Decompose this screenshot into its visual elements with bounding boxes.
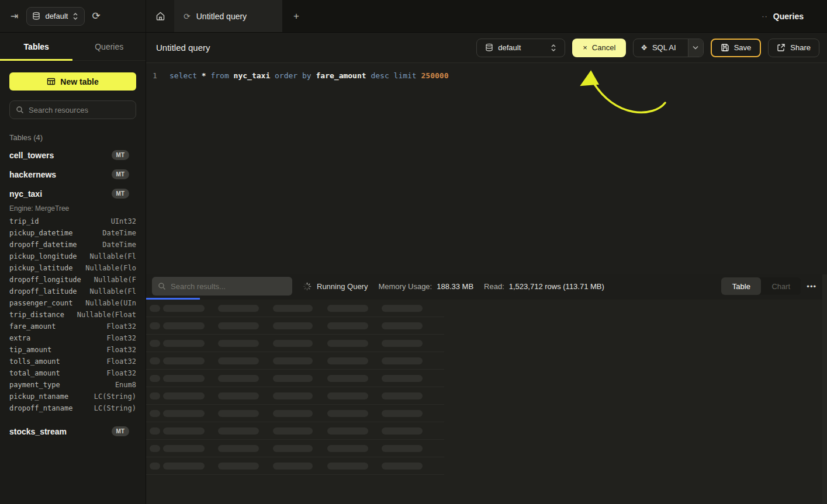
query-database-value: default	[498, 43, 521, 52]
skeleton-cell	[327, 357, 368, 364]
new-table-button[interactable]: New table	[9, 72, 136, 91]
skeleton-row	[146, 335, 444, 352]
table-item[interactable]: hackernews MT	[9, 165, 136, 184]
table-name: cell_towers	[9, 151, 54, 160]
column-type: LC(String)	[94, 392, 136, 401]
column-row: pickup_latitude Nullable(Flo	[9, 264, 136, 276]
collapse-sidebar-icon[interactable]: ⇥	[8, 9, 20, 23]
skeleton-cell	[382, 463, 423, 470]
read-label: Read:	[484, 282, 504, 291]
column-name: trip_id	[9, 217, 39, 225]
skeleton-row	[146, 387, 444, 405]
skeleton-cell	[273, 427, 313, 435]
sql-token: from	[206, 71, 229, 80]
share-button[interactable]: Share	[768, 39, 819, 57]
query-database-selector[interactable]: default	[476, 39, 565, 57]
sql-token: desc	[366, 71, 389, 80]
share-label: Share	[790, 43, 811, 52]
sparkles-icon: ❖	[641, 43, 648, 52]
column-type: Float32	[106, 322, 136, 331]
tables-section-label: Tables (4)	[9, 133, 136, 142]
refresh-icon[interactable]: ⟳	[92, 10, 100, 22]
more-options-icon[interactable]: •••	[807, 282, 816, 291]
column-row: dropoff_datetime DateTime	[9, 241, 136, 252]
sql-code[interactable]: select * from nyc_taxi order by fare_amo…	[164, 70, 449, 82]
skeleton-cell	[218, 427, 259, 435]
table-name: hackernews	[9, 170, 56, 179]
column-type: Float32	[106, 334, 136, 342]
sidebar-tab-tables[interactable]: Tables	[0, 33, 73, 60]
sidebar-search[interactable]	[9, 100, 136, 119]
skeleton-cell	[382, 445, 423, 452]
columns-list: trip_id UInt32pickup_datetime DateTimedr…	[9, 217, 136, 416]
skeleton-row	[146, 352, 444, 370]
skeleton-cell	[382, 392, 423, 399]
column-row: pickup_ntaname LC(String)	[9, 392, 136, 404]
skeleton-cell	[150, 410, 160, 417]
toggle-table[interactable]: Table	[721, 277, 761, 295]
engine-line: Engine: MergeTree	[9, 204, 136, 213]
sql-ai-dropdown[interactable]	[688, 39, 703, 57]
skeleton-cell	[382, 305, 423, 312]
skeleton-row	[146, 422, 444, 440]
engine-badge: MT	[112, 189, 129, 199]
column-name: dropoff_longitude	[9, 276, 81, 284]
new-tab-button[interactable]: +	[282, 0, 310, 32]
column-type: Enum8	[115, 381, 136, 389]
column-name: passenger_count	[9, 299, 72, 307]
column-type: Nullable(Float	[77, 311, 136, 319]
sql-ai-main[interactable]: ❖ SQL AI	[634, 39, 683, 57]
skeleton-cell	[218, 445, 259, 452]
column-row: tip_amount Float32	[9, 346, 136, 357]
skeleton-cell	[273, 322, 313, 329]
sql-ai-button[interactable]: ❖ SQL AI	[633, 39, 703, 57]
table-item[interactable]: cell_towers MT	[9, 145, 136, 165]
tab-untitled-query[interactable]: ⟳ Untitled query	[174, 0, 282, 32]
sql-token: fare_amount	[312, 71, 366, 80]
results-search[interactable]	[152, 277, 292, 296]
top-bar: ⇥ default ⟳	[0, 0, 827, 33]
skeleton-cell	[163, 427, 205, 435]
toggle-chart[interactable]: Chart	[761, 277, 801, 295]
new-table-label: New table	[60, 77, 98, 86]
status-text: Running Query	[317, 282, 368, 291]
column-type: Nullable(F	[94, 276, 136, 284]
sidebar-tab-queries[interactable]: Queries	[73, 33, 146, 60]
sql-ai-label: SQL AI	[652, 43, 676, 52]
search-icon	[158, 282, 166, 290]
column-type: LC(String)	[94, 404, 136, 412]
topbar-database-value: default	[45, 12, 68, 20]
sql-editor[interactable]: 1 select * from nyc_taxi order by fare_a…	[146, 63, 827, 274]
sql-token: order	[270, 71, 297, 80]
table-name: nyc_taxi	[9, 189, 42, 199]
memory-usage-value: 188.33 MB	[437, 282, 473, 291]
skeleton-cell	[150, 305, 160, 312]
topbar-database-selector[interactable]: default	[26, 7, 85, 26]
column-type: DateTime	[102, 229, 136, 237]
skeleton-cell	[163, 340, 205, 347]
sync-icon: ⟳	[184, 12, 191, 21]
skeleton-cell	[327, 410, 368, 417]
skeleton-cell	[327, 445, 368, 452]
code-line[interactable]: 1 select * from nyc_taxi order by fare_a…	[146, 70, 827, 82]
column-type: DateTime	[102, 241, 136, 249]
table-item[interactable]: nyc_taxi MT	[9, 184, 136, 203]
column-row: extra Float32	[9, 334, 136, 346]
table-grid-icon	[47, 77, 56, 86]
sql-token: 250000	[417, 71, 449, 80]
skeleton-row	[146, 405, 444, 422]
updown-chevrons-icon	[551, 44, 556, 52]
search-resources-input[interactable]	[29, 106, 130, 114]
queries-menu[interactable]: ·· Queries	[762, 0, 827, 32]
column-name: payment_type	[9, 381, 60, 389]
share-icon	[777, 43, 786, 52]
save-button[interactable]: Save	[711, 39, 762, 57]
column-row: dropoff_ntaname LC(String)	[9, 404, 136, 416]
cancel-button[interactable]: × Cancel	[572, 39, 626, 57]
query-header-actions: default × Cancel ❖	[476, 39, 819, 57]
main-panel: Untitled query default	[146, 33, 827, 504]
table-item[interactable]: stocks_stream MT	[9, 422, 136, 441]
search-results-input[interactable]	[171, 282, 286, 291]
home-button[interactable]	[146, 0, 174, 32]
read-stat: Read: 1,523,712 rows (113.71 MB)	[484, 282, 604, 291]
